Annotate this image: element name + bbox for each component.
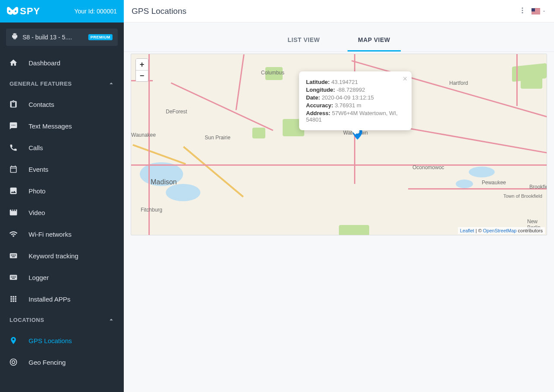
city-deforest: DeForest — [166, 109, 187, 115]
more-menu-icon[interactable] — [519, 6, 526, 16]
city-sunprairie: Sun Prairie — [205, 135, 230, 141]
city-fitchburg: Fitchburg — [141, 207, 162, 213]
device-selector[interactable]: S8 - build 13 - 5.... PREMIUM — [6, 29, 118, 46]
device-name: S8 - build 13 - 5.... — [23, 34, 84, 41]
wifi-icon — [9, 229, 18, 239]
sidebar-header: SPY Your Id: 000001 — [0, 0, 124, 22]
city-pewaukee: Pewaukee — [482, 180, 506, 186]
popup-accuracy-value: 3.76931 m — [335, 102, 361, 109]
sidebar-item-video[interactable]: Video — [0, 202, 124, 223]
city-brookfield: Brookfield — [529, 184, 547, 190]
calendar-icon — [9, 164, 18, 174]
sidebar-item-label: Text Messages — [29, 122, 72, 130]
page-title: GPS Locations — [132, 6, 187, 16]
home-icon — [9, 58, 18, 67]
city-hartford: Hartford — [449, 80, 468, 86]
chevron-up-icon — [107, 80, 115, 87]
leaflet-link[interactable]: Leaflet — [460, 228, 474, 233]
sidebar-item-label: Logger — [29, 274, 49, 281]
section-locations[interactable]: LOCATIONS — [0, 310, 124, 330]
popup-date-label: Date: — [306, 94, 320, 101]
svg-point-0 — [522, 7, 523, 9]
premium-badge: PREMIUM — [88, 34, 113, 40]
popup-longitude-label: Longitude: — [306, 87, 335, 93]
city-madison: Madison — [151, 178, 177, 186]
city-columbus: Columbus — [261, 70, 284, 76]
sms-icon — [9, 121, 18, 131]
android-icon — [11, 33, 18, 42]
tab-map-view[interactable]: MAP VIEW — [348, 31, 401, 51]
svg-rect-8 — [531, 12, 540, 13]
sidebar-item-geo-fencing[interactable]: Geo Fencing — [0, 351, 124, 373]
sidebar-item-photo[interactable]: Photo — [0, 180, 124, 202]
chevron-down-icon — [542, 9, 546, 13]
popup-date-value: 2020-04-09 13:12:15 — [322, 94, 374, 101]
svg-point-1 — [522, 10, 523, 11]
brand-text: SPY — [20, 6, 40, 17]
keyboard-icon — [9, 273, 18, 282]
sidebar-item-label: Events — [29, 166, 48, 173]
zoom-out-button[interactable]: − — [136, 70, 148, 81]
sidebar-item-events[interactable]: Events — [0, 158, 124, 180]
phone-icon — [9, 143, 18, 152]
osm-link[interactable]: OpenStreetMap — [483, 228, 517, 233]
sidebar-item-keyword-tracking[interactable]: Keyword tracking — [0, 245, 124, 267]
main-header: GPS Locations — [124, 0, 554, 22]
popup-close-button[interactable]: × — [403, 75, 407, 83]
sidebar-item-label: Contacts — [29, 101, 54, 108]
video-icon — [9, 208, 18, 217]
popup-latitude-label: Latitude: — [306, 79, 330, 85]
sidebar-item-calls[interactable]: Calls — [0, 137, 124, 158]
city-townbrookfield: Town of Brookfield — [503, 193, 542, 199]
logo-icon — [7, 7, 18, 16]
sidebar-item-label: GPS Locations — [29, 337, 72, 344]
popup-address-label: Address: — [306, 110, 330, 116]
map-canvas[interactable]: Madison Columbus DeForest Sun Prairie Wa… — [131, 54, 547, 235]
sidebar-item-label: Keyword tracking — [29, 252, 78, 260]
sidebar-item-gps-locations[interactable]: GPS Locations — [0, 330, 124, 351]
language-selector[interactable] — [531, 8, 546, 14]
city-waunakee: Waunakee — [131, 132, 156, 138]
brand-logo: SPY — [7, 6, 40, 17]
sidebar-item-wifi[interactable]: Wi-Fi networks — [0, 223, 124, 245]
sidebar-item-label: Wi-Fi networks — [29, 231, 71, 238]
tab-list-view[interactable]: LIST VIEW — [277, 31, 330, 51]
popup-longitude-value: -88.728992 — [337, 87, 365, 93]
sidebar-item-label: Video — [29, 209, 45, 216]
map-attribution: Leaflet | © OpenStreetMap contributors — [458, 227, 545, 234]
section-label: GENERAL FEATURES — [10, 80, 72, 87]
svg-rect-7 — [531, 11, 540, 12]
user-id-label: Your Id: — [74, 8, 95, 15]
location-popup: × Latitude: 43.194721 Longitude: -88.728… — [299, 71, 412, 130]
popup-accuracy-label: Accuracy: — [306, 102, 333, 109]
section-general-features[interactable]: GENERAL FEATURES — [0, 74, 124, 93]
us-flag-icon — [531, 8, 540, 14]
sidebar-item-label: Geo Fencing — [29, 359, 66, 366]
sidebar-item-label: Dashboard — [29, 59, 60, 67]
sidebar-item-installed-apps[interactable]: Installed APPs — [0, 288, 124, 310]
svg-point-2 — [522, 12, 523, 13]
apps-icon — [9, 294, 18, 304]
sidebar-item-label: Calls — [29, 144, 43, 151]
svg-rect-9 — [531, 13, 540, 13]
zoom-in-button[interactable]: + — [136, 59, 148, 70]
sidebar-item-label: Photo — [29, 187, 45, 195]
chevron-up-icon — [107, 316, 115, 324]
sidebar-item-dashboard[interactable]: Dashboard — [0, 52, 124, 74]
location-pin-icon — [9, 336, 18, 345]
sidebar-item-label: Installed APPs — [29, 296, 71, 303]
view-tabs: LIST VIEW MAP VIEW — [124, 22, 554, 52]
keyboard-icon — [9, 251, 18, 260]
clipboard-icon — [9, 100, 18, 109]
sidebar-item-logger[interactable]: Logger — [0, 267, 124, 288]
city-oconomowoc: Oconomowoc — [412, 164, 444, 170]
zoom-controls: + − — [135, 58, 148, 82]
user-id: Your Id: 000001 — [74, 8, 117, 15]
sidebar-item-text-messages[interactable]: Text Messages — [0, 115, 124, 137]
section-label: LOCATIONS — [10, 317, 44, 323]
sidebar-item-contacts[interactable]: Contacts — [0, 93, 124, 115]
user-id-value: 000001 — [97, 8, 117, 15]
popup-latitude-value: 43.194721 — [332, 79, 358, 85]
svg-rect-10 — [531, 8, 535, 12]
target-icon — [9, 357, 18, 367]
